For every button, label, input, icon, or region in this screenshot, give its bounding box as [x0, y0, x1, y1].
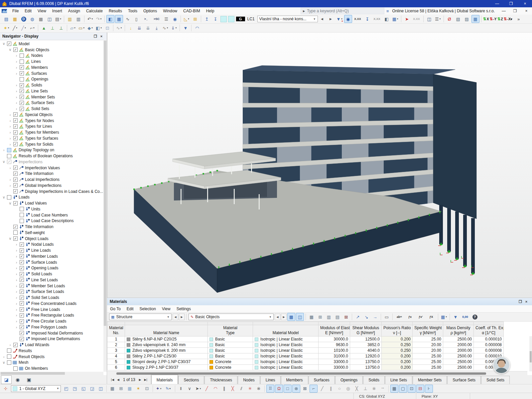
printout-report-icon[interactable]: ▥ [74, 15, 82, 23]
view-axis-z-button[interactable]: ⇅Z [497, 15, 503, 23]
tree-item-lines[interactable]: ›Lines [0, 59, 103, 65]
tree-checkbox[interactable] [7, 354, 11, 359]
grid-point-icon[interactable]: ⊡ [143, 385, 151, 393]
asterisk-icon[interactable]: ※ [255, 385, 263, 393]
child-close-button[interactable]: × [521, 7, 532, 15]
table-tab-solid-sets[interactable]: Solid Sets [481, 376, 510, 384]
member-load-icon[interactable]: ⇊ [144, 24, 152, 32]
tree-checkbox[interactable]: ✓ [20, 313, 24, 318]
view-axis-negy-button[interactable]: ⇅-Y [489, 15, 496, 23]
visibility-filter-icon[interactable]: ▼ [182, 24, 190, 32]
tree-item-loads[interactable]: ∨Loads [0, 195, 103, 200]
tree-checkbox[interactable]: ✓ [13, 343, 18, 347]
new-model-icon[interactable]: ▤ [2, 15, 10, 23]
tree-checkbox[interactable]: ✓ [13, 189, 18, 194]
tree-item-title-information[interactable]: ✓Title Information [0, 171, 103, 177]
arc-icon[interactable]: ◠ [211, 385, 219, 393]
tree-item-surface-loads[interactable]: ›✓Surface Loads [0, 259, 103, 265]
close-button[interactable]: × [518, 0, 532, 7]
display-navigator-tab[interactable]: ◉ [12, 375, 23, 384]
tree-item-member-loads[interactable]: ›✓Member Loads [0, 253, 103, 259]
tree-item-solid-loads[interactable]: ›✓Solid Loads [0, 271, 103, 277]
snap-nearest-icon[interactable]: ※ [370, 385, 378, 393]
display-grid-icon[interactable]: ▦ [390, 385, 398, 393]
tree-expander-icon[interactable]: › [8, 343, 13, 347]
tree-checkbox[interactable]: ✓ [20, 337, 24, 341]
imperfection-tool-icon[interactable]: ∿▾ [161, 24, 169, 32]
save-icon[interactable]: ◫ [46, 15, 54, 23]
line-support-icon[interactable]: ⊥ [49, 24, 57, 32]
menu-results[interactable]: Results [106, 7, 125, 15]
view-axis-negx-button[interactable]: ⇅-X▾ [504, 15, 512, 23]
column-header-e-n-mm-[interactable]: Modulus of Elast.E [N/mm²] [319, 325, 350, 336]
tree-checkbox[interactable]: ✓ [20, 83, 24, 87]
tree-checkbox[interactable]: ✓ [20, 319, 24, 324]
tree-item-surface-sets[interactable]: ›✓Surface Sets [0, 100, 103, 106]
member-support-icon[interactable]: ⊥ [57, 24, 65, 32]
frame-view-icon[interactable]: ▭ [383, 313, 391, 321]
export-table-icon[interactable]: ↗ [354, 313, 362, 321]
tree-expander-icon[interactable]: › [14, 302, 19, 306]
tree-expander-icon[interactable]: › [14, 101, 19, 105]
table-tab-thicknesses[interactable]: Thicknesses [204, 376, 237, 384]
tree-item-nodes[interactable]: ›Nodes [0, 53, 103, 59]
tree-expander-icon[interactable]: › [8, 166, 13, 170]
materials-menu-settings[interactable]: Settings [174, 305, 194, 312]
user-plane-icon[interactable]: ◫ [97, 385, 105, 393]
tree-item-members[interactable]: ›✓Members [0, 65, 103, 70]
table-tab-member-sets[interactable]: Member Sets [413, 376, 447, 384]
tree-checkbox[interactable] [7, 348, 11, 353]
next-category-button[interactable]: ▶ [281, 314, 287, 320]
tree-expander-icon[interactable]: ∨ [8, 48, 13, 52]
tree-item-units[interactable]: Units [0, 206, 103, 212]
table-tab-members[interactable]: Members [281, 376, 308, 384]
tables-toggle-icon[interactable]: ▦ [115, 15, 123, 23]
menu-view[interactable]: View [35, 7, 49, 15]
tree-item-global-imperfections[interactable]: ›✓Global Imperfections [0, 183, 103, 189]
guideline-vertical-icon[interactable]: ‖ [177, 385, 185, 393]
solid-view-icon[interactable]: ▨ [463, 15, 471, 23]
materials-menu-selection[interactable]: Selection [137, 305, 159, 312]
coordinate-system-combo[interactable]: 1 - Global XYZ ▼ [11, 385, 61, 392]
tree-checkbox[interactable] [13, 366, 18, 371]
table-tab-surface-sets[interactable]: Surface Sets [447, 376, 481, 384]
display-origin-icon[interactable]: ⊦ [425, 385, 433, 393]
tree-item-solid-sets[interactable]: ›✓Solid Sets [0, 106, 103, 112]
solid-icon[interactable]: ◆▾ [86, 24, 94, 32]
navigator-vertical-scrollbar[interactable] [103, 40, 107, 372]
next-table-button2[interactable]: ▶ [137, 378, 143, 381]
tree-item-free-concentrated-loads[interactable]: ›✓Free Concentrated Loads [0, 301, 103, 307]
tree-expander-icon[interactable]: ∨ [1, 195, 6, 200]
column-header--kg-m-[interactable]: Mass Densityρ [kg/m³] [443, 325, 474, 336]
snap-dots-icon[interactable]: ⠒ [379, 385, 387, 393]
table-row[interactable]: 6Sloupy 2.PP-1.NP C30/37ConcreteIsotropi… [107, 365, 504, 370]
tree-expander-icon[interactable]: › [14, 242, 19, 246]
tree-checkbox[interactable] [20, 54, 24, 58]
panel-close-icon[interactable]: × [98, 34, 104, 38]
decimal-places-icon[interactable]: 0,00 [460, 313, 470, 321]
load-values-icon[interactable]: X.XX [353, 15, 363, 23]
snap-center-icon[interactable]: ◎ [344, 385, 352, 393]
work-plane-yz-icon[interactable]: ◱ [79, 385, 87, 393]
tree-expander-icon[interactable]: › [1, 148, 6, 152]
tree-item-openings[interactable]: Openings [0, 76, 103, 82]
tree-item-member-set-loads[interactable]: ›✓Member Set Loads [0, 283, 103, 289]
table-help-icon[interactable]: ? [471, 313, 479, 321]
tree-item-on-members[interactable]: On Members [0, 365, 103, 371]
table-tab-solids[interactable]: Solids [363, 376, 385, 384]
grid-icon[interactable]: ▦ [108, 385, 116, 393]
new-visibility-icon[interactable]: ⊞ [191, 15, 199, 23]
table-delete-icon[interactable]: ⊠ [342, 313, 350, 321]
data-navigator-tab[interactable]: ◪ [1, 375, 12, 384]
model-3d-viewport[interactable] [107, 33, 532, 298]
tree-checkbox[interactable]: ✓ [20, 65, 24, 69]
snap-point-icon[interactable]: ✦▾ [155, 385, 163, 393]
tree-checkbox[interactable] [20, 60, 24, 64]
child-restore-button[interactable]: ❐ [509, 7, 521, 15]
tree-item-mesh[interactable]: ∨Mesh [0, 360, 103, 366]
maximize-button[interactable]: ❐ [504, 0, 518, 7]
tree-expander-icon[interactable]: › [14, 95, 19, 99]
snap-tangent-icon[interactable]: ○ [335, 385, 343, 393]
dlubal-center-icon[interactable]: D [20, 15, 28, 23]
tree-checkbox[interactable]: ✓ [20, 290, 24, 294]
